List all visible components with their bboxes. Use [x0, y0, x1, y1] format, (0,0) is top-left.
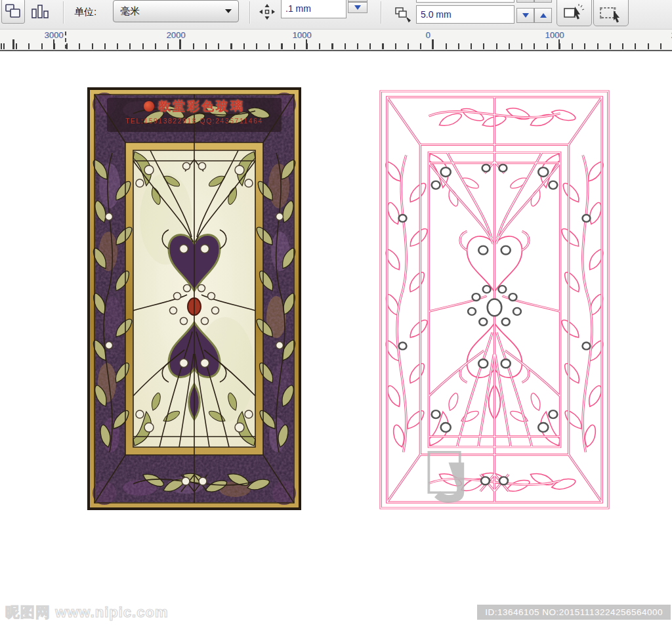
ruler-label: 1000	[293, 30, 312, 40]
spinner-down-icon	[522, 13, 529, 18]
object-sizes-icon	[31, 3, 51, 19]
stained-glass-photo-object[interactable]	[87, 87, 301, 510]
spinner-up-icon	[540, 13, 547, 18]
marquee-select-button[interactable]	[593, 0, 629, 26]
duplicate-y-spin-down-button[interactable]	[516, 8, 534, 23]
duplicate-y-spin-up-button[interactable]	[534, 8, 552, 23]
vector-center-jewel-outline	[488, 299, 502, 316]
toolbar-separator	[249, 1, 250, 24]
nudge-distance-icon	[259, 3, 276, 20]
nudge-distance-field[interactable]: .1 mm	[281, 0, 346, 18]
ruler-major-ticks	[0, 39, 672, 49]
ruler-label: 0	[425, 30, 430, 40]
nipic-site-name: 昵图网	[5, 604, 51, 620]
drawing-canvas[interactable]: 教堂彩色玻璃 TEL:15913822918 QQ:2435711464	[0, 51, 672, 625]
duplicate-y-field[interactable]: 5.0 mm	[416, 5, 514, 24]
duplicate-distance-icon	[394, 6, 412, 24]
object-sizes-button[interactable]	[28, 0, 54, 24]
app-screen: 单位: 毫米 .1 mm 5.0 mm	[0, 0, 672, 625]
duplicate-x-spin-down-button[interactable]	[516, 0, 534, 3]
nipic-site-url: www.nipic.com	[55, 604, 168, 620]
nudge-spin-down-button[interactable]	[348, 2, 368, 13]
unit-label: 单位:	[74, 6, 96, 18]
treat-as-filled-button[interactable]	[556, 0, 592, 26]
nipic-site-watermark: 昵图网 www.nipic.com	[5, 603, 168, 622]
toolbar-separator	[63, 1, 64, 24]
units-dropdown[interactable]: 毫米	[113, 0, 239, 22]
units-dropdown-value: 毫米	[114, 5, 225, 18]
nudge-distance-value: .1 mm	[285, 3, 311, 14]
marquee-select-icon	[599, 4, 623, 24]
ruler-label: 3000	[45, 30, 64, 40]
ruler-label: 2000	[167, 30, 186, 40]
horizontal-ruler[interactable]: 3000 2000 1000 0 1000 2000	[0, 29, 672, 51]
ruler-label: 1000	[545, 30, 564, 40]
duplicate-y-value: 5.0 mm	[421, 9, 452, 20]
group-objects-button[interactable]	[1, 0, 25, 24]
treat-as-filled-icon	[563, 4, 585, 24]
duplicate-x-field[interactable]	[416, 0, 514, 3]
duplicate-x-spin-up-button[interactable]	[534, 0, 552, 3]
dropdown-arrow-icon	[225, 9, 232, 13]
spinner-down-icon	[354, 5, 361, 10]
group-objects-icon	[5, 3, 22, 19]
image-id-badge: ID:13646105 NO:20151113224256564000	[477, 605, 671, 620]
property-bar: 单位: 毫米 .1 mm 5.0 mm	[0, 0, 672, 30]
vector-trace-object[interactable]	[379, 90, 610, 509]
toolbar-separator	[381, 1, 381, 24]
page-edge-guide	[65, 32, 66, 49]
